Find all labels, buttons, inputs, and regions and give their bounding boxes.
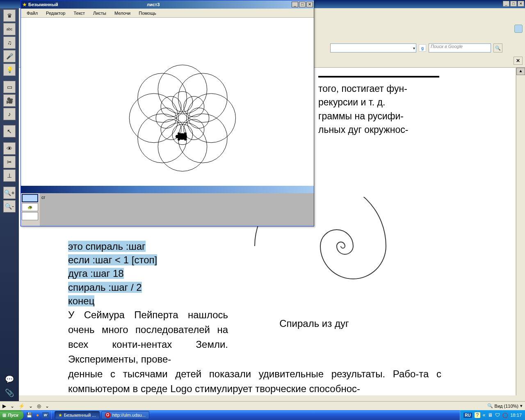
logo-minimize-button[interactable]: _ xyxy=(292,2,298,7)
logo-title: Безымянный xyxy=(28,2,58,7)
svg-point-6 xyxy=(129,94,178,143)
clock[interactable]: 18:17 xyxy=(510,413,522,418)
logo-menubar: Файл Редактор Текст Листы Мелочи Помощь xyxy=(21,9,314,18)
taskbar-separator xyxy=(51,411,54,419)
search-input[interactable]: Поиск в Google xyxy=(429,43,491,52)
start-button[interactable]: Пуск xyxy=(0,410,23,420)
logo-canvas[interactable] xyxy=(21,18,314,186)
bg-close-button[interactable]: ✕ xyxy=(518,1,524,7)
clip-icon[interactable]: 📎 xyxy=(3,387,16,399)
tool-note-icon[interactable]: ♪ xyxy=(3,108,16,120)
browser-statusbar: ▶ ⌄ ⚡ ⌄ ◎ ⌄ 🔍 Вид (110%) ▾ xyxy=(0,401,525,410)
svg-point-9 xyxy=(184,96,204,117)
menu-text[interactable]: Текст xyxy=(69,10,89,16)
ql-save-icon[interactable]: 💾 xyxy=(26,411,33,419)
taskbar: Пуск 💾 ● W ★ Безымянный ... O http://ulm… xyxy=(0,410,525,420)
tool-zoomout-icon[interactable]: 🔍- xyxy=(3,200,16,212)
logo-statusbar xyxy=(21,186,314,194)
tray-opera-icon[interactable]: ◯ xyxy=(502,412,508,418)
doc-scrollbar[interactable] xyxy=(516,68,525,395)
bg-minimize-button[interactable]: _ xyxy=(503,1,509,7)
logo-close-button[interactable]: ✕ xyxy=(306,2,313,7)
svg-point-1 xyxy=(178,73,227,123)
zoom-dd-icon[interactable]: ▾ xyxy=(520,403,523,409)
svg-point-4 xyxy=(158,122,207,171)
tool-mic-icon[interactable]: 🎤 xyxy=(3,50,16,62)
system-sidebar: ♛ abc ♫ 🎤 💡 ▭ 🎥 ♪ ↖ 👁 ✂ ⊥ 🔍+ 🔍- 💬 📎 xyxy=(0,8,19,404)
cmd-tab-1[interactable] xyxy=(22,194,38,202)
menu-help[interactable]: Помощь xyxy=(135,10,160,16)
svg-point-14 xyxy=(156,108,176,128)
code-block: это спираль :шаг если :шаг < 1 [стоп] ду… xyxy=(68,240,157,308)
body-text: У Сеймура Пейперта нашлось очень много п… xyxy=(68,308,441,395)
logo-command-area: 🐢 сг xyxy=(21,193,314,226)
tray-monitor-icon[interactable]: 🖥 xyxy=(488,412,493,418)
svg-point-10 xyxy=(189,108,209,128)
tool-scissors-icon[interactable]: ✂ xyxy=(3,156,16,168)
search-button[interactable]: 🔍 xyxy=(493,43,502,52)
svg-point-20 xyxy=(184,132,187,135)
zoom-icon[interactable]: 🔍 xyxy=(487,403,493,409)
svg-point-21 xyxy=(184,138,187,141)
doc-text-fragment: того, постигает фун- рекурсии и т. д. гр… xyxy=(318,82,450,137)
svg-point-2 xyxy=(187,94,236,143)
svg-point-17 xyxy=(176,135,179,138)
tool-stamp-icon[interactable]: ⊥ xyxy=(3,169,16,182)
tool-abc-icon[interactable]: abc xyxy=(3,23,16,35)
svg-point-18 xyxy=(178,132,180,135)
task-star-icon: ★ xyxy=(58,413,62,418)
logo-maximize-button[interactable]: □ xyxy=(299,2,306,7)
svg-point-19 xyxy=(178,138,180,141)
menu-editor[interactable]: Редактор xyxy=(42,10,69,16)
menu-file[interactable]: Файл xyxy=(23,10,42,16)
logo-titlebar[interactable]: ★ Безымянный лист3 _ □ ✕ xyxy=(21,0,314,9)
sb-bolt-icon[interactable]: ⚡ xyxy=(18,403,25,409)
tool-music-icon[interactable]: ♫ xyxy=(3,37,16,49)
tab-close-button[interactable]: ✕ xyxy=(514,57,523,65)
sb-dd3-icon[interactable]: ⌄ xyxy=(45,403,49,409)
sb-circle-icon[interactable]: ◎ xyxy=(37,403,41,409)
tool-chess-icon[interactable]: ♛ xyxy=(3,9,16,22)
address-dropdown[interactable] xyxy=(330,43,416,52)
tool-camera-icon[interactable]: 🎥 xyxy=(3,94,16,107)
sb-play-icon[interactable]: ▶ xyxy=(2,403,6,409)
tool-eye-icon[interactable]: 👁 xyxy=(3,142,16,155)
tool-pointer-icon[interactable]: ↖ xyxy=(3,125,16,137)
task-item-logo[interactable]: ★ Безымянный ... xyxy=(55,411,100,419)
tool-lamp-icon[interactable]: 💡 xyxy=(3,64,16,76)
ql-word-icon[interactable]: W xyxy=(42,412,49,418)
svg-point-0 xyxy=(158,65,207,114)
tray-chevron-icon[interactable]: « xyxy=(483,412,486,418)
google-icon xyxy=(419,44,426,52)
sb-dd1-icon[interactable]: ⌄ xyxy=(10,403,14,409)
logo-command-input[interactable]: сг xyxy=(40,193,314,226)
tray-shield-icon[interactable]: 🛡 xyxy=(495,412,500,418)
menu-sheets[interactable]: Листы xyxy=(89,10,110,16)
system-tray: RU ? « 🖥 🛡 ◯ 18:17 xyxy=(460,410,525,420)
settings-icon[interactable] xyxy=(514,25,523,33)
menu-misc[interactable]: Мелочи xyxy=(110,10,135,16)
cmd-tab-3[interactable] xyxy=(22,212,38,220)
star-icon: ★ xyxy=(23,2,27,7)
doc-hr xyxy=(318,76,439,78)
chat-icon[interactable]: 💬 xyxy=(3,373,16,386)
tool-zoomin-icon[interactable]: 🔍+ xyxy=(3,187,16,199)
cmd-tab-2[interactable]: 🐢 xyxy=(22,203,38,211)
tool-film-icon[interactable]: ▭ xyxy=(3,81,16,93)
turtle-icon xyxy=(176,132,187,141)
quicklaunch: 💾 ● W xyxy=(26,411,49,419)
sb-dd2-icon[interactable]: ⌄ xyxy=(29,403,33,409)
logo-window: ★ Безымянный лист3 _ □ ✕ Файл Редактор Т… xyxy=(21,0,314,226)
logo-subtitle: лист3 xyxy=(147,2,160,7)
svg-point-15 xyxy=(161,96,181,117)
bg-maximize-button[interactable]: □ xyxy=(510,1,517,7)
zoom-label[interactable]: Вид (110%) xyxy=(495,404,518,409)
language-indicator[interactable]: RU xyxy=(463,413,472,418)
tray-info-icon[interactable]: ? xyxy=(475,412,480,418)
svg-point-7 xyxy=(138,73,187,123)
ql-firefox-icon[interactable]: ● xyxy=(34,411,41,419)
task-item-opera[interactable]: O http://ulm.udsu... xyxy=(101,411,149,419)
svg-point-8 xyxy=(172,91,193,112)
task-opera-icon: O xyxy=(105,412,111,418)
